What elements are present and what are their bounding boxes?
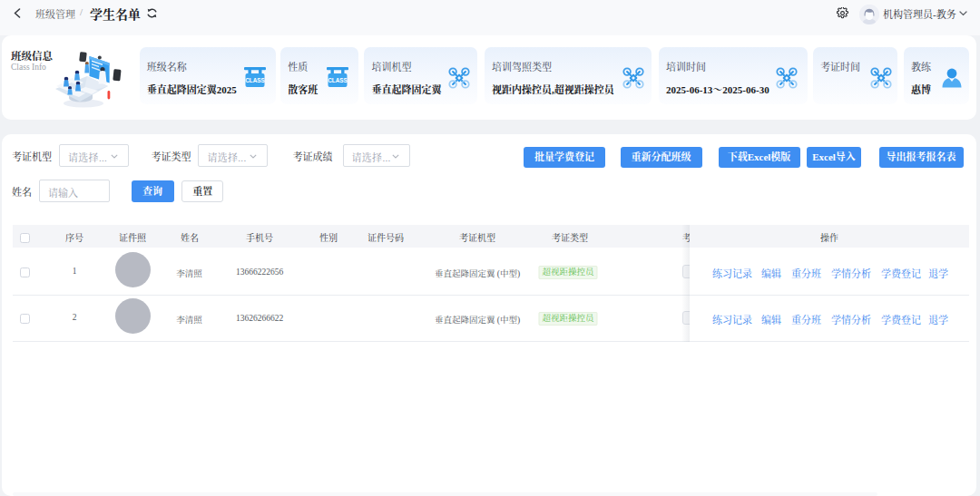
svg-text:CLASS: CLASS (328, 77, 348, 83)
svg-text:CLASS: CLASS (245, 77, 265, 83)
